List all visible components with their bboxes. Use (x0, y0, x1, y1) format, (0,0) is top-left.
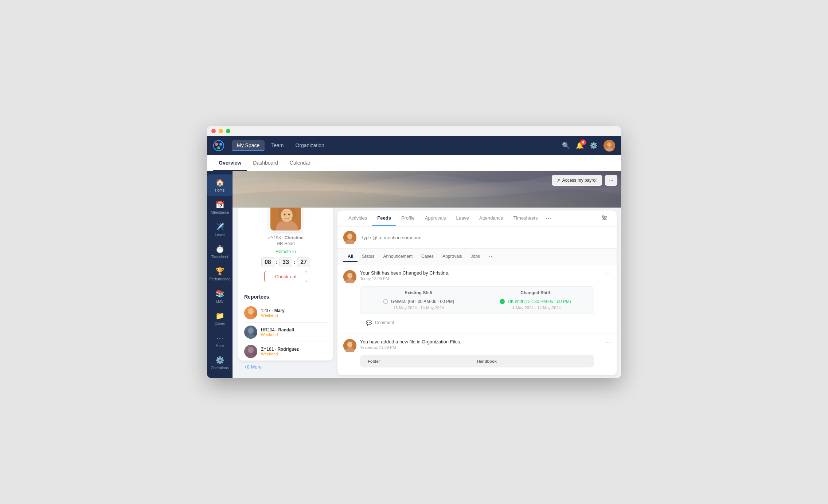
svg-point-17 (248, 308, 254, 315)
notifications-button[interactable]: 🔔 6 (576, 142, 584, 150)
feed-item-more-0[interactable]: ⋯ (605, 270, 611, 277)
lms-icon: 📚 (215, 289, 224, 298)
filter-status[interactable]: Status (358, 252, 379, 262)
reportee-info-2: ZY181 · Rodriguez Weekend (261, 347, 327, 356)
reportee-name-0: 1237 · Mary (261, 308, 327, 313)
feed-tab-more[interactable]: ⋯ (543, 210, 554, 226)
reportees-more-link[interactable]: +8 More (244, 364, 327, 370)
sidebar-label-performance: Performance (209, 277, 230, 281)
tab-dashboard[interactable]: Dashboard (247, 155, 284, 171)
payroll-button[interactable]: ↗ Access my payroll (552, 175, 602, 186)
svg-point-14 (281, 209, 293, 222)
sidebar-item-home[interactable]: 🏠 Home (207, 174, 233, 196)
profile-banner: ↗ Access my payroll ··· (233, 171, 621, 208)
feed-tab-profile[interactable]: Profile (396, 211, 420, 226)
svg-point-2 (219, 143, 222, 146)
filter-bar: All Status Announcement Cases Approvals … (337, 249, 617, 265)
performance-icon: 🏆 (215, 267, 224, 276)
minimize-dot[interactable] (219, 129, 223, 133)
sidebar-item-timesheet[interactable]: ⏱️ Timesheet (207, 241, 233, 263)
payroll-label: Access my payroll (562, 178, 598, 183)
close-dot[interactable] (211, 129, 216, 133)
checkout-button[interactable]: Check-out (264, 271, 307, 282)
comment-label-0: Comment (375, 320, 394, 325)
filter-approvals[interactable]: Approvals (438, 252, 466, 262)
app-body: My Space Team Organization 🔍 🔔 6 ⚙️ (207, 136, 621, 378)
more-icon: ⋯ (216, 334, 223, 342)
feed-item-1: You have added a new file in Organizatio… (337, 334, 617, 375)
feed-tab-timesheets[interactable]: Timesheets (508, 211, 543, 226)
feed-filter-button[interactable] (598, 212, 611, 225)
nav-organization[interactable]: Organization (290, 140, 329, 151)
filter-announcement[interactable]: Announcement (379, 252, 417, 262)
filter-jobs[interactable]: Jobs (466, 252, 484, 262)
feed-tab-feeds[interactable]: Feeds (372, 211, 396, 226)
reportee-status-1: Weekend (261, 332, 327, 337)
profile-name: Christine (285, 235, 304, 240)
profile-avatar (269, 208, 302, 232)
filter-all[interactable]: All (343, 252, 358, 262)
svg-point-28 (603, 218, 605, 220)
user-avatar-top[interactable] (604, 140, 615, 151)
svg-point-21 (248, 347, 254, 353)
feed-time-1: Yesterday 11:39 PM (360, 345, 601, 350)
timesheet-icon: ⏱️ (215, 245, 224, 253)
changed-shift-name: UK shift (12 : 30 PM-05 : 00 PM) (508, 299, 571, 304)
changed-shift-col: Changed Shift UK shift (12 : 30 PM-05 : … (477, 287, 594, 314)
reportee-avatar-1 (244, 326, 257, 339)
folder-col-folder: Folder (368, 359, 477, 363)
existing-shift-label: Existing Shift (368, 290, 469, 295)
profile-feed-row: ZY198 · Christine HR Head Remote In 08 :… (233, 208, 621, 378)
reportees-section: Reportees 1237 · Mary Weekend (244, 294, 327, 370)
sidebar-label-operations: Operations (211, 366, 229, 370)
feed-tab-activities[interactable]: Activities (343, 211, 372, 226)
nav-team[interactable]: Team (266, 140, 289, 151)
tab-overview[interactable]: Overview (213, 155, 247, 171)
main-content: 🏠 Home 📅 Attendance ✈️ Leave ⏱️ Timeshee… (207, 171, 621, 378)
sidebar-label-lms: LMS (216, 299, 224, 303)
existing-shift-name: General (09 : 00 AM-06 : 00 PM) (391, 299, 454, 304)
sidebar-item-attendance[interactable]: 📅 Attendance (207, 197, 233, 218)
maximize-dot[interactable] (226, 129, 230, 133)
comment-icon-0: 💬 (366, 320, 372, 326)
app-logo[interactable] (213, 140, 224, 151)
svg-point-36 (347, 342, 352, 347)
existing-shift-option: General (09 : 00 AM-06 : 00 PM) (368, 299, 469, 304)
filter-more[interactable]: ⋯ (484, 252, 495, 262)
radio-inactive (383, 299, 388, 304)
changed-shift-label: Changed Shift (484, 290, 586, 295)
radio-active (500, 299, 505, 304)
post-input[interactable] (361, 235, 611, 240)
sidebar-item-lms[interactable]: 📚 LMS (207, 286, 233, 307)
sidebar-item-reports[interactable]: 📊 Reports (207, 374, 233, 378)
settings-button[interactable]: ⚙️ (590, 142, 598, 150)
titlebar (207, 126, 621, 136)
reportee-name-1: HR204 · Randall (261, 327, 327, 332)
feed-tab-approvals[interactable]: Approvals (420, 211, 451, 226)
tab-calendar[interactable]: Calendar (284, 155, 316, 171)
reportee-name-2: ZY181 · Rodriguez (261, 347, 327, 352)
nav-links: My Space Team Organization (232, 140, 562, 151)
sidebar-item-operations[interactable]: ⚙️ Operations (207, 352, 233, 374)
search-button[interactable]: 🔍 (562, 142, 570, 150)
comment-area-0[interactable]: 💬 Comment (360, 317, 611, 328)
timer-minutes: 33 (279, 257, 292, 267)
feed-item-header-1: You have added a new file in Organizatio… (343, 339, 611, 352)
svg-point-18 (246, 315, 256, 319)
filter-cases[interactable]: Cases (417, 252, 438, 262)
operations-icon: ⚙️ (215, 356, 224, 365)
timer-seconds: 27 (297, 257, 310, 267)
sidebar-item-cases[interactable]: 📁 Cases (207, 308, 233, 329)
feed-tab-attendance[interactable]: Attendance (474, 211, 508, 226)
nav-my-space[interactable]: My Space (232, 140, 265, 151)
shift-card-0: Existing Shift General (09 : 00 AM-06 : … (360, 286, 594, 314)
post-input-area (337, 227, 617, 249)
feed-item-more-1[interactable]: ⋯ (605, 339, 611, 346)
feed-tab-leave[interactable]: Leave (451, 211, 474, 226)
sidebar-item-leave[interactable]: ✈️ Leave (207, 219, 233, 240)
timer-display: 08 : 33 : 27 (261, 257, 310, 267)
banner-more-button[interactable]: ··· (605, 175, 617, 186)
sidebar-item-performance[interactable]: 🏆 Performance (207, 263, 233, 285)
top-nav-actions: 🔍 🔔 6 ⚙️ (562, 140, 615, 151)
sidebar-item-more[interactable]: ⋯ More (207, 330, 233, 351)
